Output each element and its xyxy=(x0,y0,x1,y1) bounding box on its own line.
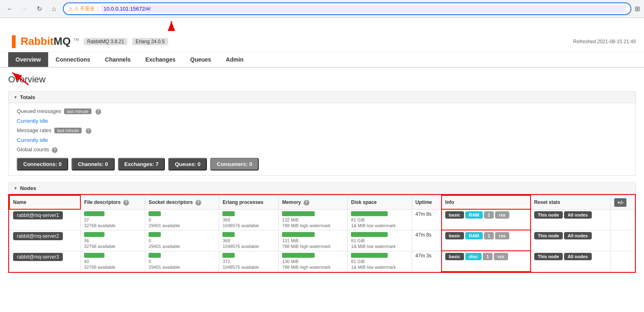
refresh-button[interactable]: ↻ xyxy=(33,3,45,15)
nodes-table-header: Name File descriptors ? Socket descripto… xyxy=(9,195,635,209)
disk-value: 81 GiB xyxy=(351,259,365,264)
sock-avail: 29401 available xyxy=(149,223,180,228)
uptime-value: 47m 3s xyxy=(415,253,431,259)
info-basic-button[interactable]: basic xyxy=(445,253,464,260)
global-counts-label: Global counts xyxy=(17,146,49,153)
fd-cell: 36 32768 available xyxy=(80,230,145,251)
uptime-value: 47m 8s xyxy=(415,211,431,217)
last-minute-badge-2[interactable]: last minute xyxy=(54,128,82,133)
channels-count-badge[interactable]: Channels: 0 xyxy=(71,158,115,170)
consumers-count-badge[interactable]: Consumers: 0 xyxy=(210,158,259,170)
currently-idle-1: Currently idle xyxy=(17,118,627,124)
info-ram-button[interactable]: RAM xyxy=(465,232,483,239)
fd-cell: 40 32768 available xyxy=(80,251,145,272)
erlang-cell: 369 1048576 available xyxy=(219,209,279,230)
erlang-version-badge: Erlang 24.0.5 xyxy=(132,38,168,45)
disk-cell: 81 GiB 1& MiB low watermark xyxy=(348,230,412,251)
col-plus-minus: +/- xyxy=(611,195,635,209)
table-row: rabbit@mq-server2 36 32768 available 0 2… xyxy=(9,230,635,251)
mem-cell: 132 MiB 788 MiB high watermark xyxy=(279,209,348,230)
main-content: Overview ▼ Totals Queued messages last m… xyxy=(0,68,644,279)
idle-link-1: Currently idle xyxy=(17,118,48,124)
connections-count-badge[interactable]: Connections: 0 xyxy=(17,158,68,170)
fd-avail: 32768 available xyxy=(84,223,115,228)
grid-icon[interactable]: ⊞ xyxy=(635,5,640,13)
message-rates-label: Message rates xyxy=(17,127,51,133)
nav-connections[interactable]: Connections xyxy=(48,52,98,67)
info-rss-button[interactable]: rss xyxy=(495,232,509,239)
mem-help-icon[interactable]: ? xyxy=(304,200,309,206)
all-nodes-button[interactable]: All nodes xyxy=(564,211,592,219)
logo-text: RabbitMQ TM xyxy=(20,35,79,48)
info-ram-button[interactable]: disc xyxy=(465,253,482,260)
nodes-table-wrapper: Name File descriptors ? Socket descripto… xyxy=(8,194,636,273)
all-nodes-button[interactable]: All nodes xyxy=(564,253,592,260)
info-basic-button[interactable]: basic xyxy=(445,232,464,239)
counts-row: Connections: 0 Channels: 0 Exchanges: 7 … xyxy=(17,158,627,170)
totals-section: ▼ Totals Queued messages last minute ? C… xyxy=(8,91,636,176)
address-input[interactable] xyxy=(101,5,626,13)
totals-section-title: Totals xyxy=(20,94,35,100)
info-rss-button[interactable]: rss xyxy=(495,211,509,219)
nodes-table: Name File descriptors ? Socket descripto… xyxy=(9,195,635,272)
message-rates-help[interactable]: ? xyxy=(86,128,91,134)
uptime-cell: 47m 8s xyxy=(412,209,441,230)
fd-value: 36 xyxy=(84,238,89,243)
global-counts-help[interactable]: ? xyxy=(52,147,58,153)
sock-value: 0 xyxy=(149,238,151,243)
col-erlang-processes: Erlang processes xyxy=(219,195,279,209)
info-cell: basic RAM 1 rss xyxy=(442,209,531,230)
queues-count-badge[interactable]: Queues: 0 xyxy=(168,158,207,170)
disk-value: 81 GiB xyxy=(351,238,365,243)
rabbitmq-version-badge: RabbitMQ 3.8.21 xyxy=(84,38,127,45)
refresh-timestamp: Refreshed 2021-08-15 21:49 xyxy=(573,39,636,44)
this-node-button[interactable]: This node xyxy=(534,211,563,219)
col-socket-descriptors: Socket descriptors ? xyxy=(145,195,219,209)
plus-minus-cell xyxy=(611,230,635,251)
all-nodes-button[interactable]: All nodes xyxy=(564,232,592,239)
info-rss-button[interactable]: rss xyxy=(494,253,508,260)
fd-avail: 32768 available xyxy=(84,265,115,270)
forward-button[interactable]: → xyxy=(19,3,30,15)
this-node-button[interactable]: This node xyxy=(534,232,563,239)
info-num-button[interactable]: 1 xyxy=(483,253,493,260)
exchanges-count-badge[interactable]: Exchanges: 7 xyxy=(118,158,165,170)
fd-avail: 32768 available xyxy=(84,244,115,249)
nav-exchanges[interactable]: Exchanges xyxy=(138,52,183,67)
fd-help-icon[interactable]: ? xyxy=(123,200,129,206)
nav-queues[interactable]: Queues xyxy=(183,52,218,67)
logo-icon: ▐ xyxy=(8,35,16,48)
info-num-button[interactable]: 1 xyxy=(484,232,494,239)
back-button[interactable]: ← xyxy=(4,3,16,15)
reset-stats-cell: This node All nodes xyxy=(531,209,611,230)
this-node-button[interactable]: This node xyxy=(534,253,563,260)
totals-triangle-icon: ▼ xyxy=(13,95,18,100)
home-button[interactable]: ⌂ xyxy=(48,3,60,15)
node-name-badge[interactable]: rabbit@mq-server1 xyxy=(13,211,63,219)
disk-cell: 81 GiB 1& MiB low watermark xyxy=(348,251,412,272)
nodes-section-header[interactable]: ▼ Nodes xyxy=(8,182,636,194)
totals-section-header[interactable]: ▼ Totals xyxy=(8,91,636,103)
sock-cell: 0 29401 available xyxy=(145,251,219,272)
info-basic-button[interactable]: basic xyxy=(445,211,464,219)
plus-minus-button[interactable]: +/- xyxy=(614,198,626,207)
page-title: Overview xyxy=(8,74,636,85)
nav-overview[interactable]: Overview xyxy=(8,52,48,67)
nav-channels[interactable]: Channels xyxy=(98,52,138,67)
last-minute-badge[interactable]: last minute xyxy=(64,108,91,114)
node-name-badge[interactable]: rabbit@mq-server2 xyxy=(13,232,63,240)
fd-value: 40 xyxy=(84,259,89,264)
nodes-table-body: rabbit@mq-server1 37 32768 available 0 2… xyxy=(9,209,635,272)
nav-admin[interactable]: Admin xyxy=(218,52,251,67)
sock-help-icon[interactable]: ? xyxy=(195,200,201,206)
node-name-cell: rabbit@mq-server2 xyxy=(9,230,80,251)
info-num-button[interactable]: 1 xyxy=(484,211,494,219)
erlang-avail: 1048576 available xyxy=(222,223,259,228)
logo-rabbit: Rabbit xyxy=(20,35,53,47)
info-cell: basic disc 1 rss xyxy=(442,251,531,272)
node-name-badge[interactable]: rabbit@mq-server3 xyxy=(13,253,63,261)
queued-messages-help[interactable]: ? xyxy=(95,109,101,115)
info-ram-button[interactable]: RAM xyxy=(465,211,483,219)
node-name-cell: rabbit@mq-server1 xyxy=(9,209,80,230)
table-row: rabbit@mq-server3 40 32768 available 0 2… xyxy=(9,251,635,272)
